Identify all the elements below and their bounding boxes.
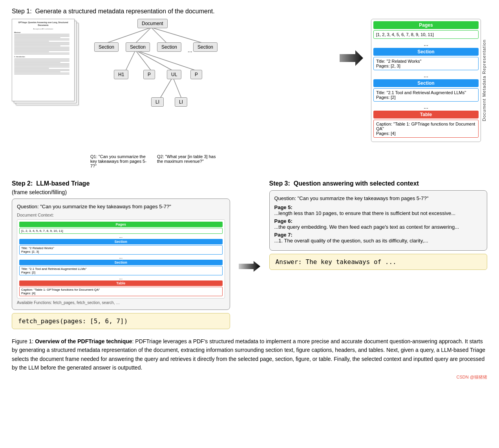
meta-section1-pages: Pages: [2, 3]	[376, 64, 476, 68]
step3-page7-label: Page 7:	[274, 232, 292, 238]
steps-2-3-row: Step 2: LLM-based Triage (frame selectio…	[12, 180, 487, 329]
step2-mini-section1-body: Title: "2 Related Works" Pages: [2, 3]	[19, 245, 223, 255]
tree-root: Document	[137, 19, 168, 28]
step2-mini-section2-header: Section	[19, 260, 223, 265]
svg-line-2	[151, 27, 167, 43]
step1-arrow	[340, 50, 363, 66]
step2-mini-section1-header: Section	[19, 239, 223, 244]
svg-line-6	[135, 50, 173, 71]
step3-page5-label: Page 5:	[274, 204, 292, 210]
step2-mini-pages-body: [1, 2, 3, 4, 5, 6, 7, 8, 9, 10, 11]	[19, 228, 223, 234]
tree-p1: P	[143, 70, 155, 79]
tree-section2: Section	[126, 42, 150, 52]
step2-question: Question: "Can you summarize the key tak…	[17, 204, 225, 209]
meta-table-pages: Pages: [4]	[376, 131, 476, 136]
step2-mini-section1-title: Title: "2 Related Works"	[21, 246, 221, 250]
meta-section2-body: Title: "2.1 Tool and Retrieval Augmented…	[373, 88, 479, 102]
q-labels: Q1: "Can you summarize the key takeaways…	[90, 154, 332, 168]
tree-ul: UL	[167, 70, 181, 79]
svg-line-1	[135, 27, 151, 43]
step2-code: fetch_pages(pages: [5, 6, 7])	[18, 317, 128, 325]
step2-mini-table-pages: Pages: [4]	[21, 291, 221, 295]
doc-page-front: GPTriage: Question Answering over Long, …	[12, 19, 75, 101]
figure-bold: Overview of the PDFTriage technique	[35, 338, 132, 344]
step2-context-label: Document Context:	[17, 213, 225, 217]
step3-page7: Page 7: ...1. The overall quality of the…	[274, 232, 483, 244]
step3-page5: Page 5: ...length less than 10 pages, to…	[274, 204, 483, 216]
doc-title: GPTriage: Question Answering over Long, …	[14, 21, 72, 27]
tree-section4: Section	[193, 42, 218, 52]
step2-available-fn: Available Functions: fetch_pages, fetch_…	[17, 300, 225, 305]
step2-mini-section1-pages: Pages: [2, 3]	[21, 250, 221, 253]
meta-pages-value: [1, 2, 3, 4, 5, 6, 7, 8, 9, 10, 11]	[376, 32, 434, 37]
step2-desc-bold: Triage	[71, 180, 90, 187]
step3-answer-box: Answer: The key takeaways of ...	[269, 254, 488, 270]
step3-question: Question: "Can you summarize the key tak…	[274, 195, 483, 201]
step2-label: Step 2: LLM-based Triage	[12, 180, 230, 187]
vertical-label: Document Metadata Representation	[481, 19, 487, 142]
step3-page5-text: ...length less than 10 pages, to ensure …	[274, 210, 456, 216]
meta-table-section: Table Caption: "Table 1: GPTriage functi…	[373, 111, 479, 138]
meta-pages-section: Pages [1, 2, 3, 4, 5, 6, 7, 8, 9, 10, 11…	[373, 21, 479, 39]
step2-mini-dots1: ...	[19, 234, 223, 239]
meta-table-body: Caption: "Table 1: GPTriage functions fo…	[373, 120, 479, 138]
step2-number: Step 2:	[12, 180, 33, 187]
mid-arrow	[238, 204, 261, 329]
meta-section1-header: Section	[373, 48, 479, 56]
step2-mini-section2-title: Title: "2.1 Tool and Retrieval Augmented…	[21, 267, 221, 271]
meta-pages-body: [1, 2, 3, 4, 5, 6, 7, 8, 9, 10, 11]	[373, 30, 479, 39]
tree-h1: H1	[114, 70, 128, 79]
q2-label: Q2: "What year [in table 3] has the maxi…	[157, 154, 216, 168]
step2-mini-section2-body: Title: "2.1 Tool and Retrieval Augmented…	[19, 266, 223, 275]
tree-svg	[90, 19, 216, 152]
svg-line-9	[173, 77, 181, 98]
meta-dots3: ...	[373, 104, 479, 110]
step2-mini-pages-value: [1, 2, 3, 4, 5, 6, 7, 8, 9, 10, 11]	[21, 229, 63, 233]
meta-dots2: ...	[373, 72, 479, 78]
step3-number: Step 3:	[269, 180, 290, 187]
metadata-panel: Pages [1, 2, 3, 4, 5, 6, 7, 8, 9, 10, 11…	[371, 19, 481, 142]
svg-line-3	[151, 27, 203, 43]
step2-code-box: fetch_pages(pages: [5, 6, 7])	[12, 313, 230, 329]
step2-mini-table-body: Caption: "Table 1: GPTriage functions fo…	[19, 287, 223, 296]
meta-section2-title: Title: "2.1 Tool and Retrieval Augmented…	[376, 90, 476, 95]
tree-diagram: Document Section Section Section ... Sec…	[90, 19, 332, 168]
tree-p2: P	[190, 70, 202, 79]
step2-llm-box: Question: "Can you summarize the key tak…	[12, 199, 230, 310]
svg-line-4	[126, 50, 135, 71]
meta-section1-body: Title: "2 Related Works" Pages: [2, 3]	[373, 57, 479, 70]
figure-caption: Figure 1: Overview of the PDFTriage tech…	[12, 337, 487, 372]
step3-page6-label: Page 6:	[274, 218, 292, 224]
document-pages: GPTriage: Question Answering over Long, …	[12, 19, 82, 105]
step2-mini-section2-pages: Pages: [2]	[21, 271, 221, 274]
svg-line-5	[135, 50, 151, 71]
step3-section: Step 3: Question answering with selected…	[269, 180, 488, 329]
step2-desc: LLM-based	[36, 180, 69, 187]
q1-label: Q1: "Can you summarize the key takeaways…	[90, 154, 149, 168]
step3-page6: Page 6: ...the query embedding. We then …	[274, 218, 483, 230]
step1-description: Generate a structured metadata represent…	[35, 8, 215, 15]
step3-page7-text: ...1. The overall quality of the questio…	[274, 238, 428, 244]
step2-mini-dots3: ...	[19, 276, 223, 280]
svg-line-0	[106, 27, 151, 43]
step1-number: Step 1:	[12, 8, 32, 15]
svg-marker-10	[340, 50, 363, 66]
step2-mini-pages-header: Pages	[19, 222, 223, 227]
meta-table-caption: Caption: "Table 1: GPTriage functions fo…	[376, 122, 476, 131]
meta-section2-header: Section	[373, 79, 479, 87]
step2-mini-table-caption: Caption: "Table 1: GPTriage functions fo…	[21, 288, 221, 291]
tree-li1: LI	[151, 97, 164, 107]
watermark: CSDN @猫猪猪	[12, 374, 487, 380]
meta-dots1: ...	[373, 41, 479, 47]
meta-pages-header: Pages	[373, 21, 479, 29]
step1-label: Step 1: Generate a structured metadata r…	[12, 8, 487, 15]
tree-section1: Section	[94, 42, 119, 52]
step2-section: Step 2: LLM-based Triage (frame selectio…	[12, 180, 230, 329]
step3-page6-text: ...the query embedding. We then feed eac…	[274, 224, 459, 230]
step2-mini-dots2: ...	[19, 255, 223, 259]
tree-li2: LI	[175, 97, 187, 107]
step1-section: Step 1: Generate a structured metadata r…	[12, 8, 487, 168]
svg-line-8	[160, 77, 173, 98]
step2-mini-meta: Pages [1, 2, 3, 4, 5, 6, 7, 8, 9, 10, 11…	[17, 219, 225, 299]
meta-section2: Section Title: "2.1 Tool and Retrieval A…	[373, 79, 479, 102]
